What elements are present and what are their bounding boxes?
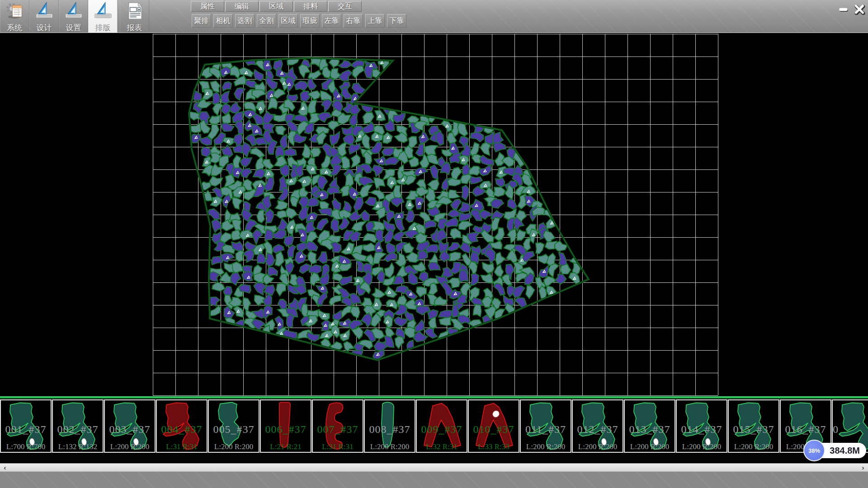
menu-tab-1[interactable]: 属性 [191,1,224,12]
piece-tile-5[interactable]: 005_#37L:200 R:200 [208,399,259,453]
piece-shape [3,401,48,451]
tool-button-2[interactable]: 相机 [213,14,233,28]
titlebar: 系统设计设置排版报表 属性编辑区域排料交互 聚排相机选割全割区域瑕疵左靠右靠上靠… [0,0,868,33]
piece-tile-13[interactable]: 013_#37L:200 R:200 [624,399,675,453]
piece-tile-4[interactable]: 004_#37L:31 R:31 [156,399,208,453]
nav-design-button[interactable]: 设计 [29,0,59,33]
piece-shape [367,401,412,451]
horizontal-scrollbar[interactable]: ‹ › [0,463,868,471]
piece-shape [55,401,100,451]
tool-button-9[interactable]: 上靠 [365,14,385,28]
piece-tile-8[interactable]: 008_#37L:200 R:200 [364,399,415,453]
main-nav: 系统设计设置排版报表 [0,0,149,33]
tool-button-6[interactable]: 瑕疵 [300,14,320,28]
piece-tiles: 001_#37L:700 R:700002_#37L:132 R:132003_… [0,399,868,454]
piece-shape [315,401,360,451]
piece-shape [159,401,204,451]
piece-shape [575,401,620,451]
window-controls [836,2,867,16]
app-window: 系统设计设置排版报表 属性编辑区域排料交互 聚排相机选割全割区域瑕疵左靠右靠上靠… [0,0,868,488]
nav-label: 设置 [66,23,81,33]
nav-settings-button[interactable]: 设置 [59,0,88,33]
piece-thumbnail-strip: 001_#37L:700 R:700002_#37L:132 R:132003_… [0,396,868,463]
piece-shape [107,401,152,451]
system-icon [5,1,24,23]
minimize-button[interactable] [836,2,851,16]
minimize-icon [838,3,849,15]
nav-report-button[interactable]: 报表 [120,0,149,33]
tool-button-1[interactable]: 聚排 [192,14,211,28]
nav-label: 报表 [127,23,142,33]
menu-tab-3[interactable]: 区域 [259,1,293,12]
tool-button-10[interactable]: 下靠 [387,14,406,28]
tool-button-3[interactable]: 选割 [235,14,255,28]
piece-tile-11[interactable]: 011_#37L:200 R:200 [520,399,571,453]
piece-tile-15[interactable]: 015_#37L:200 R:200 [728,399,779,453]
piece-shape [471,401,516,451]
menu-tab-bar: 属性编辑区域排料交互 [191,1,362,12]
menu-tab-5[interactable]: 交互 [328,1,362,12]
close-button[interactable] [852,2,867,16]
menu-tab-2[interactable]: 编辑 [225,1,259,12]
nav-label: 排版 [95,23,111,33]
nav-layout-button[interactable]: 排版 [88,0,118,33]
menu-tab-4[interactable]: 排料 [294,1,327,12]
piece-shape [263,401,308,451]
piece-tile-6[interactable]: 006_#37L:21 R:21 [260,399,311,453]
piece-tile-3[interactable]: 003_#37L:200 R:200 [104,399,156,453]
scroll-left-icon[interactable]: ‹ [0,464,10,472]
percent-circle[interactable]: 38% [803,440,825,461]
piece-tile-2[interactable]: 002_#37L:132 R:132 [52,399,104,453]
tool-button-4[interactable]: 全割 [257,14,276,28]
piece-tile-12[interactable]: 012_#37L:200 R:200 [572,399,623,453]
report-icon [125,1,144,23]
memory-value: 384.8M [830,446,860,456]
status-bar [0,471,868,488]
close-icon [854,3,865,15]
layout-icon [94,1,113,23]
tool-button-8[interactable]: 右靠 [344,14,363,28]
piece-shape [627,401,672,451]
piece-tile-7[interactable]: 007_#37L:31 R:31 [312,399,363,453]
design-icon [35,1,54,23]
piece-shape [419,401,464,451]
scroll-right-icon[interactable]: › [858,464,868,472]
settings-icon [64,1,83,23]
piece-shape [731,401,776,451]
piece-shape [679,401,724,451]
nav-label: 设计 [37,23,52,33]
piece-shape [523,401,568,451]
tool-button-7[interactable]: 左靠 [322,14,341,28]
memory-pill: 384.8M 38% [811,443,866,458]
nav-system-button[interactable]: 系统 [0,0,29,33]
piece-tile-10[interactable]: 010_#37L:33 R:33 [468,399,519,453]
nav-label: 系统 [7,23,23,33]
memory-badge[interactable]: 384.8M 38% [811,443,866,458]
tool-button-5[interactable]: 区域 [278,14,298,28]
percent-value: 38% [808,447,820,454]
piece-tile-14[interactable]: 014_#37L:200 R:200 [676,399,727,453]
piece-tile-9[interactable]: 009_#37L:32 R:31 [416,399,467,453]
piece-tile-1[interactable]: 001_#37L:700 R:700 [0,399,52,453]
tool-button-bar: 聚排相机选割全割区域瑕疵左靠右靠上靠下靠 [192,14,406,28]
piece-shape [211,401,256,451]
